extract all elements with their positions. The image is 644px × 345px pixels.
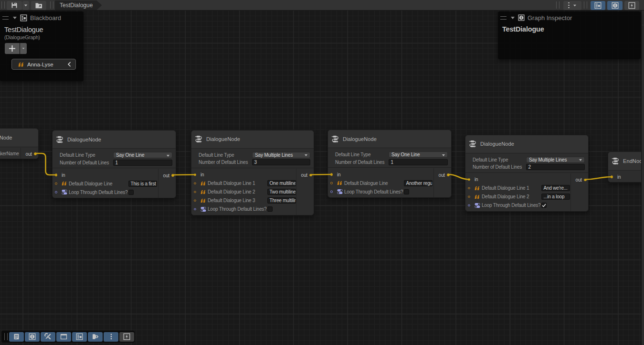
node-dialoguenode-d1[interactable]: DialogueNodeDefault Line TypeSay One Lin… xyxy=(52,130,176,198)
port-circle[interactable] xyxy=(309,174,312,177)
add-property-button[interactable] xyxy=(5,43,20,54)
port-row: SpeakerName xyxy=(0,149,21,158)
dialogue-line-field[interactable]: Three multiline xyxy=(267,197,296,204)
toggle-preview-button[interactable] xyxy=(624,1,639,10)
toggle-inspector-button[interactable] xyxy=(607,1,623,10)
node-button[interactable] xyxy=(88,332,103,342)
bool-port-circle[interactable] xyxy=(55,191,57,194)
blackboard-button[interactable] xyxy=(72,332,87,342)
blackboard-field-anna-lyse[interactable]: Anna-Lyse xyxy=(11,59,76,70)
port-circle[interactable] xyxy=(34,152,37,155)
port-row: in xyxy=(53,171,158,179)
dialogue-line-field[interactable]: One multiline xyxy=(267,180,296,186)
port-circle[interactable] xyxy=(468,178,471,181)
node-title-bar[interactable]: DialogueNode xyxy=(53,130,176,149)
save-button[interactable] xyxy=(7,1,22,10)
number-of-lines-field[interactable]: 1 xyxy=(113,160,172,166)
loop-checkbox[interactable] xyxy=(541,203,547,208)
port-row: Default Dialogue Line 2 Two multiline xyxy=(191,188,296,196)
field-expander-chevron-icon[interactable] xyxy=(67,62,71,67)
port-row: Loop Through Default Lines? xyxy=(465,201,570,210)
tab-testdialogue[interactable]: TestDialogue xyxy=(55,0,102,10)
document-lines-icon xyxy=(13,333,20,340)
console-button[interactable] xyxy=(9,332,24,342)
dialogue-line-label: Default Dialogue Line xyxy=(69,181,112,186)
line-type-dropdown[interactable]: Say Multiple Lines xyxy=(526,157,585,163)
loop-checkbox[interactable] xyxy=(404,189,409,194)
bool-port-circle[interactable] xyxy=(330,191,333,193)
node-properties: Default Line TypeSay Multiple LinesNumbe… xyxy=(465,153,588,173)
string-port-circle[interactable] xyxy=(194,182,196,184)
blackboard-header[interactable]: Blackboard xyxy=(0,11,84,24)
node-startnode-start[interactable]: StartNodeout SpeakerName xyxy=(0,128,39,159)
port-circle[interactable] xyxy=(611,175,613,178)
loop-checkbox[interactable] xyxy=(267,206,273,212)
show-in-project-button[interactable] xyxy=(31,1,46,10)
node-dialoguenode-d4[interactable]: DialogueNodeDefault Line TypeSay Multipl… xyxy=(465,135,589,212)
loop-checkbox[interactable] xyxy=(128,190,134,195)
collapse-arrow-icon[interactable] xyxy=(13,17,17,19)
string-port-circle[interactable] xyxy=(194,191,196,193)
node-title-bar[interactable]: DialogueNode xyxy=(328,130,451,148)
overflow-button[interactable] xyxy=(104,332,118,342)
bool-port-circle[interactable] xyxy=(194,208,196,210)
line-type-dropdown[interactable]: Say Multiple Lines xyxy=(252,152,310,158)
add-property-dropdown-button[interactable] xyxy=(20,43,27,54)
node-title-bar[interactable]: StartNode xyxy=(0,129,38,147)
node-title-bar[interactable]: EndNode xyxy=(608,152,644,171)
dialogue-line-field[interactable]: And we're... xyxy=(541,185,570,191)
toolbar-drag-handle[interactable] xyxy=(50,1,53,9)
info-icon xyxy=(612,2,619,9)
window-edge-scrollbar[interactable] xyxy=(642,11,644,345)
toggle-blackboard-button[interactable] xyxy=(591,1,606,10)
number-of-lines-field[interactable]: 2 xyxy=(526,164,585,170)
node-title-bar[interactable]: DialogueNode xyxy=(191,130,314,149)
info-icon xyxy=(518,14,525,21)
out-port-label: out xyxy=(26,151,32,157)
node-endnode-end[interactable]: EndNodein xyxy=(608,151,644,183)
string-port-circle[interactable] xyxy=(55,183,57,185)
node-title-bar[interactable]: DialogueNode xyxy=(465,135,588,153)
string-port-circle[interactable] xyxy=(194,199,196,202)
dialogue-line-field[interactable]: This is a first xyxy=(128,181,157,187)
node-dialoguenode-d3[interactable]: DialogueNodeDefault Line TypeSay One Lin… xyxy=(327,129,452,198)
port-circle[interactable] xyxy=(330,173,333,176)
node-dialoguenode-d2[interactable]: DialogueNodeDefault Line TypeSay Multipl… xyxy=(191,130,314,216)
line-type-dropdown[interactable]: Say One Line xyxy=(113,152,172,158)
out-port-label: out xyxy=(301,172,307,178)
port-circle[interactable] xyxy=(194,173,197,176)
port-circle[interactable] xyxy=(171,174,174,177)
loop-label: Loop Through Default Lines? xyxy=(69,190,127,195)
port-circle[interactable] xyxy=(584,179,587,182)
port-row: Loop Through Default Lines? xyxy=(53,188,158,196)
dialogue-line-field[interactable]: Another regular line xyxy=(404,180,433,186)
preview-button[interactable] xyxy=(119,332,134,342)
inspector-header[interactable]: Graph Inspector xyxy=(498,11,641,24)
save-dropdown-button[interactable] xyxy=(22,1,29,10)
toolbar-drag-handle[interactable] xyxy=(584,1,587,9)
inspector-button[interactable] xyxy=(25,332,40,342)
string-port-circle[interactable] xyxy=(330,182,333,184)
toolbar-drag-handle[interactable] xyxy=(556,1,560,9)
string-port-circle[interactable] xyxy=(468,187,470,189)
top-toolbar: TestDialogue xyxy=(0,0,644,11)
dialogue-line-field[interactable]: Two multiline xyxy=(267,189,296,195)
loop-label: Loop Through Default Lines? xyxy=(344,189,403,194)
number-of-lines-field[interactable]: 1 xyxy=(389,159,448,165)
bool-port-circle[interactable] xyxy=(468,204,470,206)
string-port-circle[interactable] xyxy=(468,195,470,198)
tools-button[interactable] xyxy=(41,332,55,342)
overflow-menu-button[interactable] xyxy=(563,1,581,10)
collapse-arrow-icon[interactable] xyxy=(511,17,515,19)
port-circle[interactable] xyxy=(447,173,450,176)
dialogue-line-field[interactable]: ...in a loop xyxy=(541,194,570,200)
number-of-lines-field[interactable]: 3 xyxy=(252,159,310,165)
port-row: Default Dialogue Line 2 ...in a loop xyxy=(465,193,570,201)
port-circle[interactable] xyxy=(55,173,58,176)
toolbar-drag-handle[interactable] xyxy=(4,333,8,340)
toolbar-drag-handle[interactable] xyxy=(1,1,5,9)
line-type-dropdown[interactable]: Say One Line xyxy=(389,151,448,158)
speaker-name-label: SpeakerName xyxy=(0,151,19,156)
property-label: Number of Default Lines xyxy=(199,160,248,165)
window-button[interactable] xyxy=(56,332,71,342)
